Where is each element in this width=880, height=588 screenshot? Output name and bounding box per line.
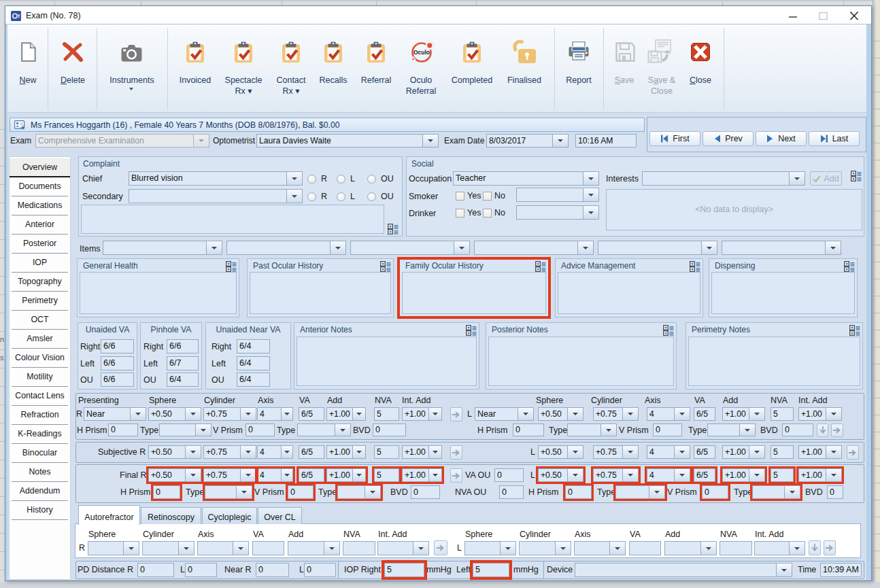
svg-text:Oculo: Oculo [413, 49, 430, 56]
